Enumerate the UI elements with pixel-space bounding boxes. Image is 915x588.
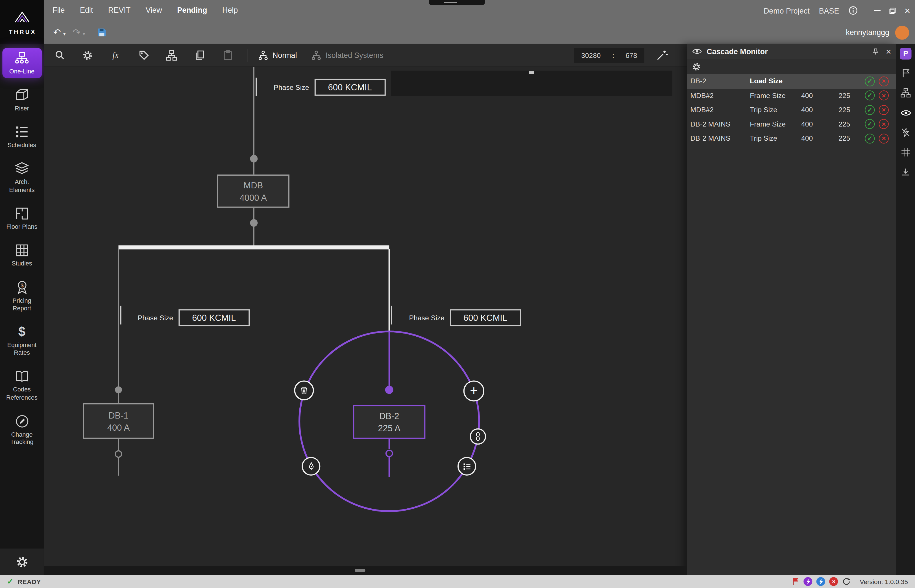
cascade-row[interactable]: DB-2 MAINS Trip Size 400 225 ✓ × (687, 131, 896, 146)
accept-icon[interactable]: ✓ (865, 105, 875, 115)
user-avatar[interactable] (895, 26, 909, 40)
feeder-right-label-group: Phase Size 600 KCMIL (409, 309, 521, 326)
p-panel-badge[interactable]: P (900, 48, 911, 59)
restore-button[interactable] (885, 1, 900, 20)
gear-icon[interactable] (79, 46, 96, 64)
reject-icon[interactable]: × (879, 105, 889, 115)
one-line-canvas[interactable]: Phase Size 600 KCMIL Phase Size 600 KCMI… (44, 67, 687, 566)
export-icon[interactable] (899, 166, 912, 178)
menu-view[interactable]: View (138, 0, 169, 21)
copy-icon[interactable] (191, 46, 208, 64)
close-panel-icon[interactable]: × (886, 47, 891, 56)
sidebar-item-schedules[interactable]: Schedules (2, 121, 42, 152)
sidebar-settings-button[interactable] (0, 548, 44, 575)
feeder-top-value[interactable]: 600 KCMIL (314, 79, 386, 96)
flag-red-icon[interactable] (792, 577, 800, 586)
error-badge[interactable]: × (829, 577, 838, 586)
cascade-property: Load Size (750, 77, 801, 85)
equipment-rating: 4000 A (240, 192, 267, 202)
save-icon[interactable] (97, 27, 107, 37)
undo-icon[interactable]: ↶ (53, 27, 61, 38)
redo-icon[interactable]: ↷ (73, 27, 81, 38)
sidebar-item-arch-elements[interactable]: Arch. Elements (2, 158, 42, 197)
sidebar-item-label: Schedules (8, 142, 36, 149)
phase-size-label: Phase Size (409, 314, 444, 322)
cascade-row[interactable]: DB-2 MAINS Frame Size 400 225 ✓ × (687, 117, 896, 131)
delete-node-button[interactable] (294, 380, 314, 400)
hierarchy-icon[interactable] (899, 86, 912, 99)
feeder-left-value[interactable]: 600 KCMIL (179, 309, 250, 326)
menu-pending[interactable]: Pending (169, 0, 215, 21)
sidebar-item-studies[interactable]: Studies (2, 240, 42, 270)
cascade-value2: 225 (839, 120, 861, 128)
accept-icon[interactable]: ✓ (865, 90, 875, 100)
refresh-icon[interactable] (842, 577, 851, 586)
horizontal-scrollbar[interactable] (44, 566, 687, 575)
paste-icon[interactable] (219, 46, 236, 64)
reject-icon[interactable]: × (879, 134, 889, 144)
feeder-right-value[interactable]: 600 KCMIL (450, 309, 521, 326)
cascade-row[interactable]: MDB#2 Trip Size 400 225 ✓ × (687, 103, 896, 117)
link-node-button[interactable] (470, 428, 486, 445)
edit-node-button[interactable] (302, 457, 320, 476)
toolbar-separator (247, 49, 247, 61)
cascade-device: MDB#2 (690, 92, 750, 100)
scrollbar-thumb[interactable] (355, 569, 365, 572)
redo-dropdown-icon[interactable]: ▾ (83, 32, 85, 37)
equipment-node-db1[interactable]: DB-1 400 A (83, 403, 154, 439)
add-node-button[interactable]: + (463, 380, 484, 401)
tag-icon[interactable] (135, 46, 152, 64)
overlay-resize-handle[interactable] (529, 71, 534, 74)
pin-icon[interactable] (872, 47, 880, 55)
reject-icon[interactable]: × (879, 76, 889, 86)
flag-icon[interactable] (899, 67, 912, 79)
sidebar-item-codes-references[interactable]: Codes References (2, 366, 42, 404)
mode-normal-button[interactable]: Normal (258, 50, 297, 60)
phase-size-label: Phase Size (138, 314, 173, 322)
cascade-row[interactable]: MDB#2 Frame Size 400 225 ✓ × (687, 89, 896, 103)
undo-dropdown-icon[interactable]: ▾ (63, 32, 66, 37)
no-power-icon[interactable] (899, 126, 912, 139)
search-icon[interactable] (51, 46, 68, 64)
reject-icon[interactable]: × (879, 90, 889, 100)
accept-icon[interactable]: ✓ (865, 134, 875, 144)
mode-isolated-button[interactable]: Isolated Systems (311, 50, 383, 60)
accept-icon[interactable]: ✓ (865, 76, 875, 86)
sidebar-item-equipment-rates[interactable]: $ Equipment Rates (2, 321, 42, 360)
cascade-value1: 400 (801, 92, 839, 100)
magic-wand-icon[interactable] (656, 49, 668, 61)
sidebar-item-pricing-report[interactable]: $ Pricing Report (2, 276, 42, 315)
dollar-icon: $ (18, 325, 26, 340)
feeder-top-label-group: Phase Size 600 KCMIL (274, 79, 386, 96)
menu-revit[interactable]: REVIT (100, 0, 138, 21)
cascade-panel-header: Cascade Monitor × (687, 44, 896, 59)
reject-icon[interactable]: × (879, 119, 889, 129)
grid-toggle-icon[interactable] (899, 146, 912, 159)
floor-plan-icon (15, 206, 30, 221)
sidebar-item-riser[interactable]: Riser (2, 85, 42, 115)
bolt-purple-badge[interactable] (804, 577, 812, 586)
hierarchy-icon[interactable] (163, 46, 180, 64)
schedule-list-button[interactable] (457, 457, 476, 476)
equipment-node-db2-selected[interactable]: DB-2 225 A (353, 405, 425, 439)
eye-icon[interactable] (899, 106, 912, 119)
sidebar-item-one-line[interactable]: One-Line (2, 48, 42, 78)
cascade-device: DB-2 MAINS (690, 120, 750, 128)
accept-icon[interactable]: ✓ (865, 119, 875, 129)
menu-file[interactable]: File (45, 0, 72, 21)
sidebar-item-change-tracking[interactable]: Change Tracking (2, 410, 42, 449)
minimize-button[interactable] (870, 1, 885, 20)
equipment-node-mdb[interactable]: MDB 4000 A (217, 174, 289, 208)
network-icon (258, 50, 268, 60)
menu-help[interactable]: Help (215, 0, 245, 21)
close-button[interactable]: × (900, 1, 915, 20)
bolt-blue-badge[interactable] (817, 577, 825, 586)
menu-edit[interactable]: Edit (72, 0, 100, 21)
gear-icon[interactable] (692, 61, 702, 71)
sidebar-item-floor-plans[interactable]: Floor Plans (2, 203, 42, 233)
formula-icon[interactable]: fx (107, 46, 124, 64)
cascade-row[interactable]: DB-2 Load Size ✓ × (687, 74, 896, 89)
info-icon[interactable] (846, 3, 860, 18)
project-name: Demo Project (763, 6, 810, 15)
eye-icon[interactable] (692, 48, 702, 55)
